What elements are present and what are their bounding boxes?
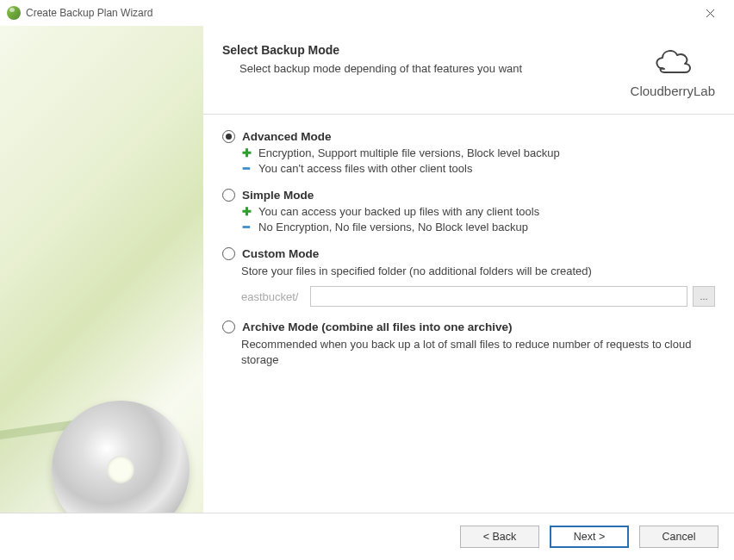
custom-path-prefix: eastbucket/ [241, 290, 305, 303]
wizard-footer: < Back Next > Cancel [0, 513, 734, 559]
mode-simple-con: ━No Encryption, No file versions, No Blo… [241, 221, 715, 233]
plus-icon: ✚ [241, 205, 252, 218]
mode-archive-radio-row[interactable]: Archive Mode (combine all files into one… [222, 320, 715, 333]
plus-icon: ✚ [241, 146, 252, 159]
next-button[interactable]: Next > [550, 526, 629, 548]
mode-simple: Simple Mode ✚You can access your backed … [222, 189, 715, 233]
custom-path-input[interactable] [310, 286, 687, 307]
mode-advanced-con: ━You can't access files with other clien… [241, 162, 715, 175]
mode-advanced: Advanced Mode ✚Encryption, Support multi… [222, 130, 715, 175]
browse-button[interactable]: ... [693, 286, 715, 307]
radio-simple[interactable] [222, 189, 235, 202]
close-icon [706, 9, 715, 18]
cd-disc-icon [52, 401, 190, 513]
mode-simple-pro: ✚You can access your backed up files wit… [241, 205, 715, 218]
mode-archive-desc: Recommended when you back up a lot of sm… [241, 337, 715, 368]
page-subtitle: Select backup mode depending of that fea… [222, 62, 522, 75]
mode-advanced-radio-row[interactable]: Advanced Mode [222, 130, 715, 143]
mode-archive-label: Archive Mode (combine all files into one… [242, 320, 513, 333]
mode-custom-label: Custom Mode [242, 247, 319, 260]
mode-advanced-label: Advanced Mode [242, 130, 332, 143]
minus-icon: ━ [241, 221, 252, 233]
mode-archive: Archive Mode (combine all files into one… [222, 320, 715, 368]
radio-advanced[interactable] [222, 130, 235, 143]
mode-advanced-pro-text: Encryption, Support multiple file versio… [258, 146, 560, 159]
page-title: Select Backup Mode [222, 43, 522, 57]
back-button[interactable]: < Back [460, 526, 539, 548]
mode-custom-radio-row[interactable]: Custom Mode [222, 247, 715, 260]
window-title: Create Backup Plan Wizard [26, 7, 152, 19]
cancel-button[interactable]: Cancel [639, 526, 718, 548]
app-icon [7, 6, 21, 20]
wizard-body: Select Backup Mode Select backup mode de… [0, 26, 734, 513]
mode-simple-radio-row[interactable]: Simple Mode [222, 189, 715, 202]
brand-name: CloudberryLab [631, 84, 715, 98]
backup-mode-options: Advanced Mode ✚Encryption, Support multi… [203, 115, 734, 513]
cloud-logo-icon [649, 43, 697, 78]
close-button[interactable] [693, 1, 727, 25]
mode-custom: Custom Mode Store your files in specifie… [222, 247, 715, 307]
custom-path-row: eastbucket/ ... [241, 286, 715, 307]
radio-custom[interactable] [222, 247, 235, 260]
page-header: Select Backup Mode Select backup mode de… [203, 26, 734, 115]
brand-block: CloudberryLab [631, 43, 715, 98]
mode-simple-label: Simple Mode [242, 189, 314, 202]
mode-simple-con-text: No Encryption, No file versions, No Bloc… [258, 221, 528, 233]
side-illustration-panel [0, 26, 203, 513]
mode-custom-desc: Store your files in specified folder (no… [241, 264, 715, 279]
radio-archive[interactable] [222, 320, 235, 333]
mode-simple-pro-text: You can access your backed up files with… [258, 205, 539, 218]
minus-icon: ━ [241, 162, 252, 175]
content-panel: Select Backup Mode Select backup mode de… [203, 26, 734, 513]
mode-advanced-pro: ✚Encryption, Support multiple file versi… [241, 146, 715, 159]
titlebar: Create Backup Plan Wizard [0, 0, 734, 26]
mode-advanced-con-text: You can't access files with other client… [258, 162, 472, 175]
